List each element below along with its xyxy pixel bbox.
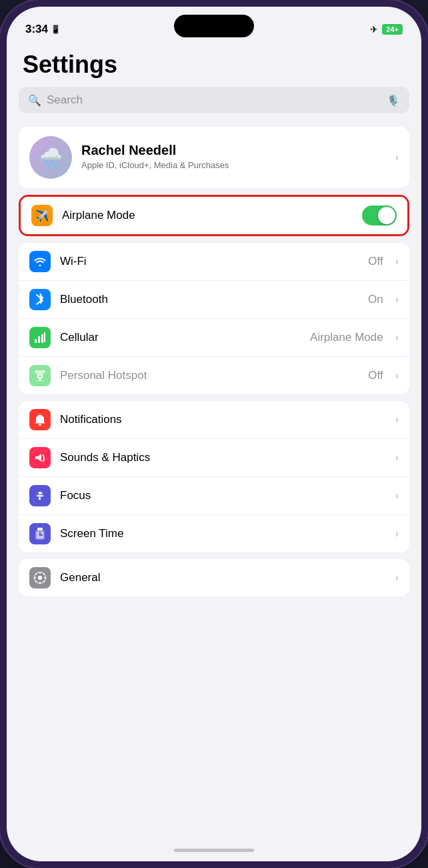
svg-point-4 [39,424,41,426]
status-time: 3:34 📱 [25,23,61,36]
svg-point-19 [43,573,45,574]
screen-time-label: Screen Time [60,527,386,540]
dynamic-island [174,15,254,37]
wifi-chevron: › [395,256,399,268]
svg-rect-0 [35,339,37,343]
avatar: 🌧️ [29,136,72,179]
profile-card[interactable]: 🌧️ Rachel Needell Apple ID, iCloud+, Med… [19,127,409,188]
profile-name: Rachel Needell [81,143,386,158]
hotspot-value: Off [368,369,383,382]
avatar-emoji: 🌧️ [39,147,63,169]
svg-point-15 [34,577,35,578]
profile-row[interactable]: 🌧️ Rachel Needell Apple ID, iCloud+, Med… [19,127,409,188]
sounds-label: Sounds & Haptics [60,451,386,464]
svg-point-20 [35,581,37,582]
svg-rect-1 [38,336,40,343]
airplane-mode-section[interactable]: ✈️ Airplane Mode [19,195,409,236]
bluetooth-icon [29,289,51,310]
profile-chevron: › [395,151,399,163]
notifications-icon [29,409,51,430]
hotspot-icon [29,365,51,386]
hotspot-chevron: › [395,370,399,382]
svg-point-17 [35,573,37,574]
focus-chevron: › [395,490,399,502]
sim-icon: 📱 [51,25,61,34]
wifi-icon [29,251,51,272]
hotspot-label: Personal Hotspot [60,369,359,382]
battery-indicator: 24+ [382,24,403,35]
airplane-mode-label: Airplane Mode [62,209,353,222]
focus-row[interactable]: Focus › [19,476,409,514]
cellular-chevron: › [395,332,399,344]
svg-point-18 [43,581,45,582]
sounds-row[interactable]: Sounds & Haptics › [19,438,409,476]
toggle-thumb [378,207,395,224]
general-label: General [60,571,386,584]
svg-point-12 [38,576,42,580]
cellular-icon [29,327,51,348]
wifi-label: Wi-Fi [60,255,359,268]
wifi-row[interactable]: Wi-Fi Off › [19,243,409,280]
airplane-mode-icon: ✈️ [31,205,53,226]
svg-rect-6 [37,528,43,530]
microphone-icon[interactable]: 🎙️ [387,94,400,107]
bluetooth-chevron: › [395,294,399,306]
search-input[interactable]: Search [47,93,381,107]
airplane-status-icon: ✈ [370,24,378,35]
svg-point-16 [44,577,45,578]
battery-level: 24+ [386,25,399,33]
screen-time-chevron: › [395,528,399,540]
profile-subtitle: Apple ID, iCloud+, Media & Purchases [81,159,386,171]
bluetooth-value: On [368,293,383,306]
notifications-row[interactable]: Notifications › [19,401,409,438]
general-card[interactable]: General › [19,559,409,596]
phone-frame: 3:34 📱 ✈ 24+ Settings 🔍 Search 🎙️ [0,0,428,868]
notifications-label: Notifications [60,413,386,426]
screen-time-row[interactable]: Screen Time › [19,514,409,552]
airplane-mode-row[interactable]: ✈️ Airplane Mode [21,197,407,234]
focus-icon [29,485,51,506]
general-icon [29,567,51,588]
page-title: Settings [7,43,421,87]
status-bar: 3:34 📱 ✈ 24+ [7,7,421,43]
cellular-row[interactable]: Cellular Airplane Mode › [19,318,409,356]
search-icon: 🔍 [28,94,41,107]
svg-point-14 [39,582,41,583]
wifi-value: Off [368,255,383,268]
notifications-chevron: › [395,414,399,426]
sounds-icon [29,447,51,468]
general-row[interactable]: General › [19,559,409,596]
profile-info: Rachel Needell Apple ID, iCloud+, Media … [81,143,386,171]
status-icons: ✈ 24+ [370,24,403,35]
search-bar[interactable]: 🔍 Search 🎙️ [19,87,409,113]
cellular-value: Airplane Mode [310,331,383,344]
svg-point-5 [39,494,41,497]
bluetooth-row[interactable]: Bluetooth On › [19,280,409,318]
airplane-mode-toggle[interactable] [362,205,397,226]
home-indicator [174,849,254,852]
clock: 3:34 [25,23,48,36]
cellular-label: Cellular [60,331,301,344]
sounds-chevron: › [395,452,399,464]
connectivity-card[interactable]: Wi-Fi Off › Bluetooth On [19,243,409,394]
general-chevron: › [395,572,399,584]
focus-label: Focus [60,489,386,502]
screen-time-icon [29,523,51,544]
notifications-card[interactable]: Notifications › Sounds & Haptics › [19,401,409,552]
svg-rect-2 [41,334,43,343]
hotspot-row[interactable]: Personal Hotspot Off › [19,356,409,394]
svg-point-13 [39,572,41,573]
bluetooth-label: Bluetooth [60,293,359,306]
scroll-content[interactable]: Settings 🔍 Search 🎙️ 🌧️ Rachel Needell A… [7,43,421,861]
phone-screen: 3:34 📱 ✈ 24+ Settings 🔍 Search 🎙️ [7,7,421,861]
